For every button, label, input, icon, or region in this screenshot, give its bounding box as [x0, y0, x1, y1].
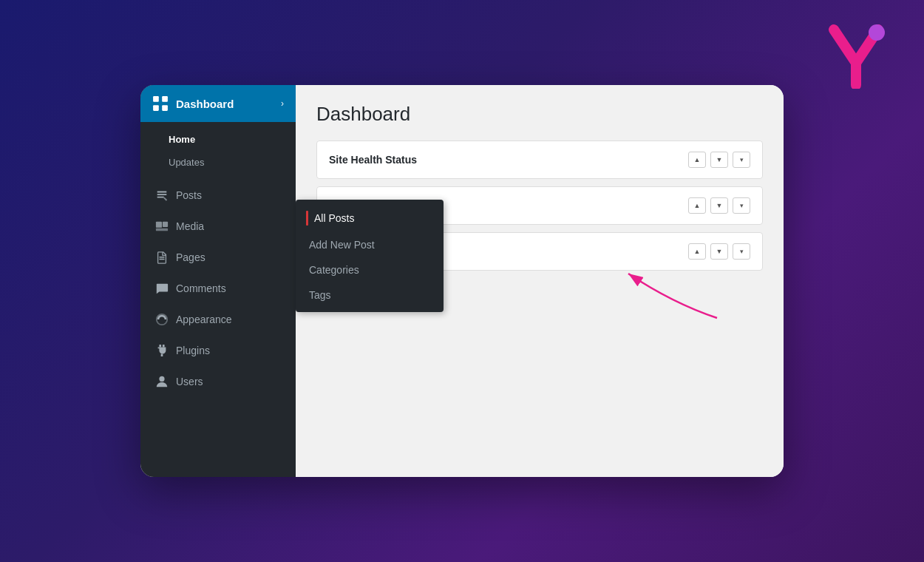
yoast-logo — [828, 22, 887, 92]
sidebar-item-comments[interactable]: Comments — [140, 273, 296, 304]
svg-point-0 — [869, 24, 885, 41]
widget2-down-btn[interactable]: ▼ — [710, 197, 728, 214]
widget3-up-btn[interactable]: ▲ — [688, 243, 706, 260]
pages-label: Pages — [176, 251, 205, 263]
widget2-toggle-btn[interactable]: ▾ — [733, 197, 750, 214]
widget3-controls: ▲ ▼ ▾ — [688, 243, 750, 260]
comments-label: Comments — [176, 282, 226, 294]
dashboard-label: Dashboard — [176, 98, 234, 110]
sidebar-item-media[interactable]: Media — [140, 211, 296, 242]
posts-icon — [155, 189, 169, 202]
posts-label: Posts — [176, 189, 202, 201]
sidebar-item-appearance[interactable]: Appearance — [140, 304, 296, 335]
svg-rect-7 — [156, 228, 168, 231]
appearance-icon — [155, 313, 169, 326]
widget2-up-btn[interactable]: ▲ — [688, 197, 706, 214]
submenu-item-tags[interactable]: Tags — [296, 282, 444, 308]
wordpress-card: Dashboard › Home Updates Posts Media — [140, 85, 784, 477]
plugins-label: Plugins — [176, 345, 210, 356]
site-health-controls: ▲ ▼ ▾ — [688, 152, 750, 168]
svg-rect-6 — [163, 222, 168, 227]
sidebar: Dashboard › Home Updates Posts Media — [140, 85, 296, 477]
svg-rect-11 — [163, 345, 165, 348]
site-health-title: Site Health Status — [329, 154, 417, 166]
svg-rect-10 — [159, 345, 161, 348]
sidebar-item-dashboard[interactable]: Dashboard › — [140, 85, 296, 122]
svg-rect-2 — [162, 96, 168, 102]
submenu-item-categories[interactable]: Categories — [296, 257, 444, 282]
dashboard-chevron-icon: › — [281, 98, 284, 109]
widget2-controls: ▲ ▼ ▾ — [688, 197, 750, 214]
svg-rect-12 — [161, 354, 163, 357]
widget-down-btn[interactable]: ▼ — [710, 152, 728, 168]
widget-up-btn[interactable]: ▲ — [688, 152, 706, 168]
sidebar-item-posts[interactable]: Posts — [140, 180, 296, 211]
users-icon — [155, 375, 169, 388]
site-health-widget: Site Health Status ▲ ▼ ▾ — [316, 140, 763, 179]
widget3-down-btn[interactable]: ▼ — [710, 243, 728, 260]
svg-rect-9 — [159, 259, 164, 260]
svg-rect-8 — [159, 257, 164, 257]
sidebar-item-updates[interactable]: Updates — [140, 151, 296, 174]
pages-icon — [155, 251, 169, 264]
widget-toggle-btn[interactable]: ▾ — [733, 152, 750, 168]
svg-rect-5 — [156, 222, 162, 228]
posts-submenu-popup: All Posts Add New Post Categories Tags — [296, 200, 444, 312]
users-label: Users — [176, 376, 203, 387]
comments-icon — [155, 282, 169, 295]
sidebar-item-users[interactable]: Users — [140, 366, 296, 397]
highlight-bar — [306, 211, 308, 226]
svg-rect-3 — [153, 105, 159, 111]
dashboard-subnav: Home Updates — [140, 122, 296, 180]
appearance-label: Appearance — [176, 314, 232, 325]
submenu-item-all-posts[interactable]: All Posts — [296, 204, 444, 232]
media-label: Media — [176, 220, 204, 232]
svg-point-13 — [159, 376, 164, 382]
sidebar-item-home[interactable]: Home — [140, 128, 296, 151]
dashboard-icon — [152, 95, 169, 112]
submenu-item-add-new-post[interactable]: Add New Post — [296, 232, 444, 257]
svg-rect-1 — [153, 96, 159, 102]
svg-rect-4 — [162, 105, 168, 111]
sidebar-item-plugins[interactable]: Plugins — [140, 335, 296, 366]
sidebar-item-pages[interactable]: Pages — [140, 242, 296, 273]
page-title: Dashboard — [316, 103, 763, 126]
media-icon — [155, 220, 169, 233]
widget3-toggle-btn[interactable]: ▾ — [733, 243, 750, 260]
plugins-icon — [155, 344, 169, 357]
